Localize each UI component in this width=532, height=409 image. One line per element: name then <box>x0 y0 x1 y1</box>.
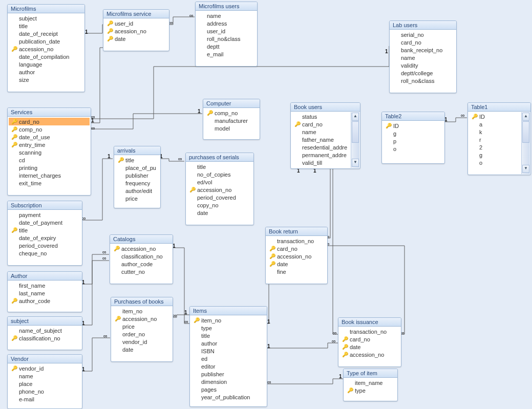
field-row[interactable]: 🔑comp_no <box>204 109 259 117</box>
field-row[interactable]: 🔑classification_no <box>9 334 81 342</box>
field-row[interactable]: 🔑entry_time <box>9 141 90 148</box>
table-book-return[interactable]: Book returntransaction_no🔑card_no🔑access… <box>265 227 328 284</box>
table-arrivals[interactable]: arrivals🔑titleplace_of_pupublisherfreque… <box>114 146 161 208</box>
field-row[interactable]: manufacturer <box>204 117 259 124</box>
field-row[interactable]: 🔑accession_no <box>111 245 172 252</box>
field-row[interactable]: 🔑author_code <box>9 297 81 305</box>
field-row[interactable]: bank_receipt_no <box>391 46 455 54</box>
table-header[interactable]: Table1 <box>468 103 530 112</box>
field-row[interactable]: a <box>469 120 521 128</box>
field-row[interactable]: g <box>469 151 521 159</box>
field-row[interactable]: deptt <box>197 42 256 50</box>
table-purchases-books[interactable]: Purchases of booksitem_no🔑accession_nopr… <box>111 297 173 362</box>
field-row[interactable]: no_of_copies <box>187 170 252 178</box>
field-row[interactable]: roll_no&class <box>197 35 256 42</box>
table-microfilms[interactable]: Microfilmssubjecttitledate_of_receiptpub… <box>7 4 85 92</box>
table-header[interactable]: Lab users <box>390 21 456 30</box>
field-row[interactable]: price <box>112 322 172 330</box>
field-row[interactable]: model <box>204 124 259 132</box>
field-row[interactable]: 🔑date <box>104 35 168 42</box>
field-row[interactable]: 🔑comp_no <box>9 125 90 133</box>
field-row[interactable]: period_covered <box>187 193 252 201</box>
table-header[interactable]: Microfilms service <box>103 10 169 18</box>
table-subscription[interactable]: Subscriptionpaymentdate_of_payment🔑title… <box>7 201 82 266</box>
field-row[interactable]: k <box>469 128 521 136</box>
table-header[interactable]: Type of item <box>344 369 397 378</box>
table-header[interactable]: Book return <box>266 227 327 236</box>
table-header[interactable]: Subscription <box>8 201 82 210</box>
field-row[interactable]: pages <box>191 385 266 393</box>
field-row[interactable]: place_of_pu <box>115 164 159 171</box>
field-row[interactable]: 🔑date_of_use <box>9 133 90 141</box>
table-header[interactable]: arrivals <box>114 146 160 155</box>
scroll-down-icon[interactable]: ▼ <box>522 165 529 173</box>
field-row[interactable]: ISBN <box>191 347 266 355</box>
field-row[interactable]: 🔑user_id <box>104 19 168 27</box>
field-row[interactable]: 🔑ID <box>383 122 443 130</box>
field-row[interactable]: o <box>383 145 443 153</box>
field-row[interactable]: exit_time <box>9 179 90 187</box>
field-row[interactable]: status <box>292 113 351 120</box>
scroll-up-icon[interactable]: ▲ <box>352 113 359 121</box>
field-row[interactable]: father_name <box>292 136 351 143</box>
field-row[interactable]: o <box>469 159 521 166</box>
field-row[interactable]: author_code <box>111 260 172 268</box>
field-row[interactable]: size <box>9 76 83 83</box>
scroll-up-icon[interactable]: ▲ <box>522 113 529 121</box>
field-row[interactable]: date_of_compilation <box>9 53 83 60</box>
field-row[interactable]: ed <box>191 355 266 362</box>
scroll-thumb[interactable] <box>522 121 529 143</box>
field-row[interactable]: payment <box>9 211 81 219</box>
field-row[interactable]: date <box>187 209 252 217</box>
field-row[interactable]: item_no <box>112 307 172 315</box>
field-row[interactable]: permanent_addre <box>292 151 351 159</box>
field-row[interactable]: date_of_receipt <box>9 30 83 37</box>
field-row[interactable]: transaction_no <box>339 328 400 335</box>
field-row[interactable]: validity <box>391 61 455 69</box>
field-row[interactable]: 🔑date <box>339 343 400 351</box>
field-row[interactable]: resedential_addre <box>292 143 351 151</box>
table-table2[interactable]: Table2🔑IDgpo <box>381 112 445 164</box>
field-row[interactable]: cd <box>9 156 90 164</box>
table-header[interactable]: Table2 <box>382 112 444 121</box>
field-row[interactable]: cheque_no <box>9 249 81 257</box>
table-header[interactable]: subject <box>8 317 82 326</box>
table-subject[interactable]: subjectname_of_subject🔑classification_no <box>7 316 82 350</box>
field-row[interactable]: r <box>469 136 521 143</box>
table-catalogs[interactable]: Catalogs🔑accession_noclassification_noau… <box>110 234 173 284</box>
field-row[interactable]: 🔑acession_no <box>104 27 168 35</box>
field-row[interactable]: item_name <box>345 379 396 386</box>
field-row[interactable]: classification_no <box>111 252 172 260</box>
field-row[interactable]: last_name <box>9 289 81 297</box>
field-row[interactable]: phone_no <box>9 388 81 395</box>
table-header[interactable]: Catalogs <box>110 235 173 244</box>
field-row[interactable]: title <box>9 22 83 30</box>
table-header[interactable]: Vendor <box>8 355 82 363</box>
field-row[interactable]: 🔑accession_no <box>267 252 326 260</box>
field-row[interactable]: date_of_expiry <box>9 234 81 242</box>
table-header[interactable]: Purchases of books <box>111 297 173 306</box>
table-services[interactable]: Services🔑card_no🔑comp_no🔑date_of_use🔑ent… <box>7 107 91 196</box>
field-row[interactable]: type <box>191 324 266 332</box>
field-row[interactable]: valid_till <box>292 159 351 166</box>
field-row[interactable]: 🔑vendor_id <box>9 364 81 372</box>
field-row[interactable]: ed/vol <box>187 178 252 186</box>
field-row[interactable]: name <box>197 12 256 19</box>
table-header[interactable]: Items <box>190 307 267 315</box>
table-header[interactable]: Microfilms users <box>196 2 257 11</box>
field-row[interactable]: editor <box>191 362 266 370</box>
table-items[interactable]: Items🔑item_notypetitleauthorISBNededitor… <box>189 306 267 407</box>
field-row[interactable]: 🔑accession_no <box>187 186 252 193</box>
field-row[interactable]: author <box>191 339 266 347</box>
field-row[interactable]: period_covered <box>9 242 81 249</box>
field-row[interactable]: publisher <box>115 171 159 179</box>
field-row[interactable]: 🔑item_no <box>191 316 266 324</box>
field-row[interactable]: cutter_no <box>111 268 172 275</box>
field-row[interactable]: 🔑card_no <box>9 118 90 125</box>
field-row[interactable]: fine <box>267 268 326 275</box>
table-header[interactable]: Services <box>8 108 91 117</box>
field-row[interactable]: internet_charges <box>9 171 90 179</box>
scroll-thumb[interactable] <box>352 121 359 143</box>
table-computer[interactable]: Computer🔑comp_nomanufacturermodel <box>203 99 260 140</box>
field-row[interactable]: 🔑card_no <box>267 245 326 252</box>
